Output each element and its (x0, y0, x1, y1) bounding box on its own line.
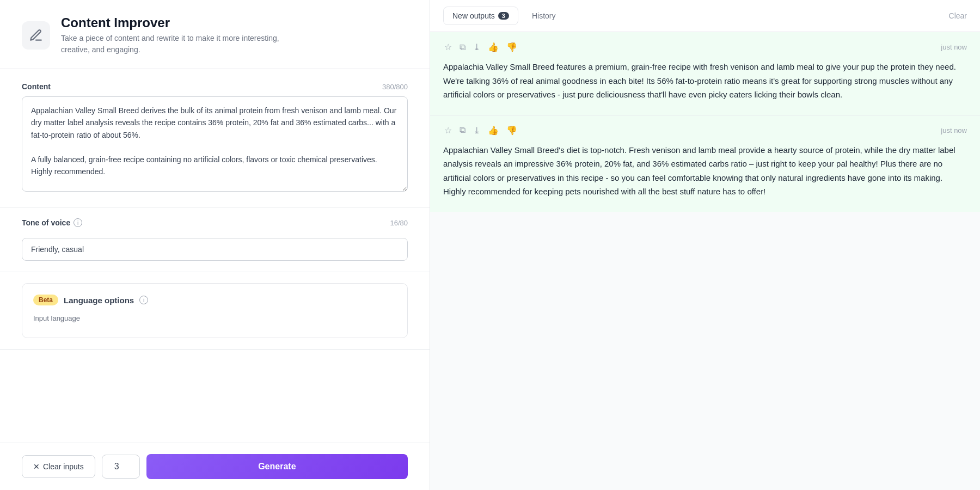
app-header: Content Improver Take a piece of content… (0, 0, 430, 69)
app-title: Content Improver (61, 15, 290, 30)
tone-section: Tone of voice i 16/80 (0, 207, 430, 272)
copy-icon-1[interactable]: ⧉ (458, 41, 467, 53)
output-header: New outputs 3 History Clear (430, 0, 980, 32)
app-info: Content Improver Take a piece of content… (61, 15, 290, 56)
thumbs-down-icon-1[interactable]: 👎 (505, 41, 518, 53)
output-card-2: ☆ ⧉ ⤓ 👍 👎 just now Appalachian Valley Sm… (430, 115, 980, 212)
output-actions-2: ☆ ⧉ ⤓ 👍 👎 (443, 124, 518, 137)
clear-inputs-button[interactable]: ✕ Clear inputs (22, 455, 95, 478)
clear-inputs-label: Clear inputs (43, 462, 84, 471)
tone-counter: 16/80 (390, 219, 408, 227)
content-label: Content (22, 82, 51, 91)
output-actions-1: ☆ ⧉ ⤓ 👍 👎 (443, 41, 518, 53)
tone-label-row: Tone of voice i (22, 218, 82, 227)
output-card-1: ☆ ⧉ ⤓ 👍 👎 just now Appalachia Valley Sma… (430, 32, 980, 115)
content-field-header: Content 380/800 (22, 82, 408, 91)
count-input[interactable] (102, 455, 140, 479)
tab-history[interactable]: History (523, 7, 565, 25)
outputs-list: ☆ ⧉ ⤓ 👍 👎 just now Appalachia Valley Sma… (430, 32, 980, 490)
thumbs-down-icon-2[interactable]: 👎 (505, 124, 518, 137)
tone-field-header: Tone of voice i 16/80 (22, 218, 408, 227)
new-outputs-tab-label: New outputs (452, 11, 495, 20)
history-tab-label: History (532, 11, 556, 20)
tone-input[interactable] (22, 238, 408, 261)
beta-badge: Beta (33, 295, 58, 305)
timestamp-1: just now (941, 43, 967, 51)
content-textarea[interactable] (22, 96, 408, 192)
star-icon-2[interactable]: ☆ (443, 124, 453, 137)
input-lang-label: Input language (33, 314, 396, 322)
download-icon-1[interactable]: ⤓ (472, 41, 481, 53)
bottom-bar: ✕ Clear inputs Generate (0, 443, 430, 490)
language-header: Beta Language options i (33, 295, 396, 305)
output-card-2-header: ☆ ⧉ ⤓ 👍 👎 just now (443, 124, 967, 137)
output-text-1: Appalachia Valley Small Breed features a… (443, 60, 967, 102)
left-panel: Content Improver Take a piece of content… (0, 0, 430, 490)
app-description: Take a piece of content and rewrite it t… (61, 33, 290, 56)
language-section: Beta Language options i Input language (0, 272, 430, 350)
app-icon (22, 21, 50, 50)
output-text-2: Appalachian Valley Small Breed's diet is… (443, 143, 967, 199)
clear-outputs-button[interactable]: Clear (949, 11, 967, 20)
clear-x-icon: ✕ (33, 462, 40, 471)
thumbs-up-icon-2[interactable]: 👍 (487, 124, 500, 137)
right-panel: New outputs 3 History Clear ☆ ⧉ ⤓ 👍 👎 ju… (430, 0, 980, 490)
thumbs-up-icon-1[interactable]: 👍 (487, 41, 500, 53)
tone-label: Tone of voice (22, 218, 70, 227)
language-card: Beta Language options i Input language (22, 283, 408, 338)
generate-button[interactable]: Generate (146, 454, 408, 479)
timestamp-2: just now (941, 126, 967, 134)
star-icon-1[interactable]: ☆ (443, 41, 453, 53)
new-outputs-count: 3 (498, 12, 509, 20)
copy-icon-2[interactable]: ⧉ (458, 124, 467, 136)
download-icon-2[interactable]: ⤓ (472, 124, 481, 137)
tab-new-outputs[interactable]: New outputs 3 (443, 7, 518, 25)
output-card-1-header: ☆ ⧉ ⤓ 👍 👎 just now (443, 41, 967, 53)
content-section: Content 380/800 (0, 69, 430, 207)
content-counter: 380/800 (382, 83, 408, 91)
language-title: Language options (64, 296, 134, 305)
language-info-icon[interactable]: i (139, 296, 148, 304)
tone-info-icon[interactable]: i (74, 218, 82, 227)
